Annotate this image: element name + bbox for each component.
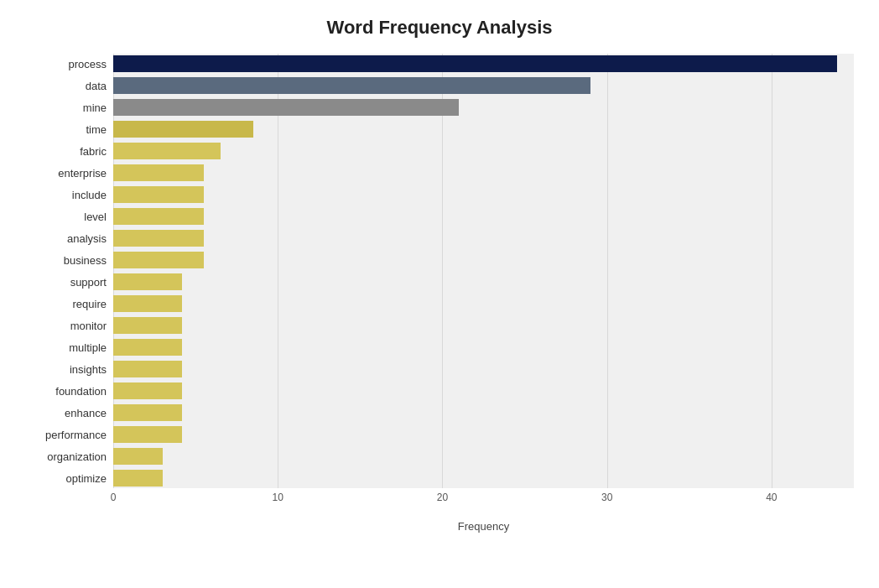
- x-ticks-row: 010203040: [113, 488, 854, 513]
- labels-column: processdataminetimefabricenterpriseinclu…: [25, 54, 113, 513]
- bar-label: require: [25, 294, 113, 314]
- bar-label: level: [25, 206, 113, 226]
- bar-label: enterprise: [25, 163, 113, 183]
- bar-item: [113, 250, 854, 270]
- bars-inner: [113, 54, 854, 488]
- bar-rect: [113, 230, 204, 246]
- bar-rect: [113, 317, 182, 333]
- bar-item: [113, 294, 854, 314]
- bar-item: [113, 359, 854, 379]
- bar-item: [113, 185, 854, 205]
- bar-rect: [113, 404, 182, 420]
- bar-label: process: [25, 54, 113, 74]
- bar-item: [113, 119, 854, 139]
- bar-label: analysis: [25, 228, 113, 248]
- bar-item: [113, 206, 854, 226]
- bar-rect: [113, 164, 204, 180]
- x-tick: 10: [273, 492, 283, 503]
- bar-rect: [113, 448, 163, 464]
- bar-label: optimize: [25, 468, 113, 488]
- x-tick: 20: [437, 492, 448, 503]
- bar-rect: [113, 252, 204, 268]
- bar-label: organization: [25, 446, 113, 466]
- bar-item: [113, 163, 854, 183]
- chart-title: Word Frequency Analysis: [25, 17, 854, 39]
- bar-rect: [113, 99, 459, 115]
- bar-rect: [113, 55, 837, 71]
- bar-item: [113, 75, 854, 96]
- bar-item: [113, 424, 854, 445]
- bar-label: fabric: [25, 141, 113, 161]
- bar-rect: [113, 339, 182, 355]
- bar-label: mine: [25, 97, 113, 117]
- bar-rect: [113, 143, 221, 159]
- bar-item: [113, 468, 854, 488]
- bar-item: [113, 54, 854, 74]
- bar-item: [113, 337, 854, 357]
- bar-label: data: [25, 75, 113, 96]
- bar-item: [113, 97, 854, 117]
- bar-item: [113, 315, 854, 336]
- bar-rect: [113, 121, 253, 137]
- x-axis-label: Frequency: [113, 520, 854, 533]
- bar-label: time: [25, 119, 113, 139]
- x-tick: 40: [766, 492, 777, 503]
- bar-rect: [113, 295, 182, 311]
- chart-container: Word Frequency Analysis processdataminet…: [0, 0, 879, 588]
- bar-label: business: [25, 250, 113, 270]
- bar-rect: [113, 273, 182, 289]
- x-tick: 0: [111, 492, 117, 503]
- bar-label: multiple: [25, 337, 113, 357]
- bar-label: monitor: [25, 315, 113, 336]
- bar-label: include: [25, 185, 113, 205]
- bar-rect: [113, 382, 182, 398]
- bars-column: 010203040: [113, 54, 854, 513]
- bar-label: performance: [25, 424, 113, 445]
- x-tick: 30: [601, 492, 612, 503]
- bar-label: enhance: [25, 403, 113, 423]
- bar-rect: [113, 361, 182, 377]
- bar-item: [113, 403, 854, 423]
- bar-item: [113, 228, 854, 248]
- bar-rect: [113, 186, 204, 202]
- bar-rect: [113, 77, 590, 93]
- bar-item: [113, 446, 854, 466]
- bar-item: [113, 272, 854, 292]
- bar-item: [113, 381, 854, 401]
- bar-rect: [113, 426, 182, 442]
- bar-rect: [113, 470, 163, 486]
- bar-label: support: [25, 272, 113, 292]
- bar-label: foundation: [25, 381, 113, 401]
- bar-label: insights: [25, 359, 113, 379]
- bar-item: [113, 141, 854, 161]
- bar-rect: [113, 208, 204, 224]
